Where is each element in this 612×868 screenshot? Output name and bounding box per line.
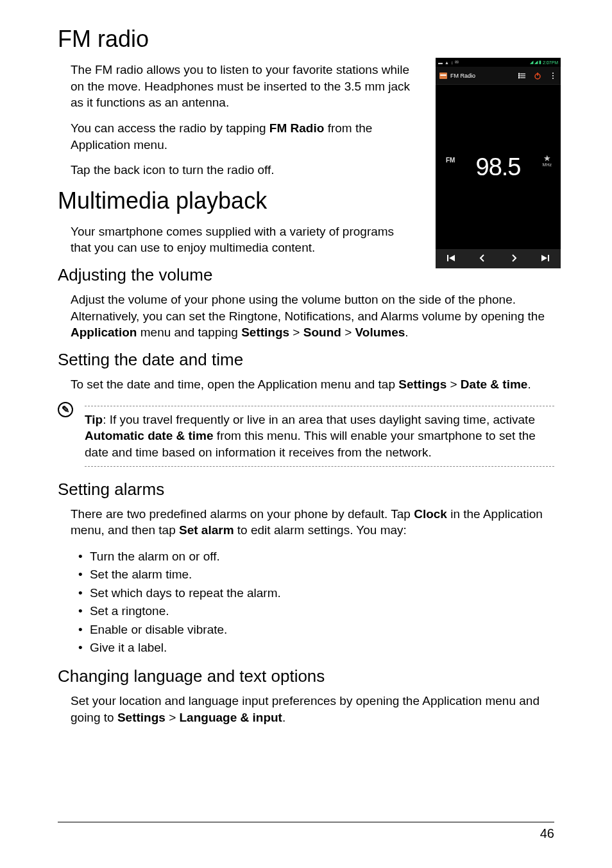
alarm-para: There are two predefined alarms on your …	[71, 506, 554, 539]
svg-rect-11	[548, 255, 549, 261]
chevron-left-icon[interactable]	[477, 253, 488, 265]
chevron-right-icon[interactable]	[508, 253, 520, 265]
battery-icon: ▬	[438, 60, 443, 65]
tip-callout: ✎ Tip: If you travel frequently or live …	[58, 402, 554, 469]
message-icon: ✉	[455, 60, 459, 65]
list-item: Give it a label.	[78, 639, 554, 657]
skip-previous-icon[interactable]	[445, 253, 457, 265]
fm-para-2: You can access the radio by tapping FM R…	[71, 120, 413, 153]
alarm-options-list: Turn the alarm on or off. Set the alarm …	[78, 548, 554, 657]
svg-point-3	[518, 73, 520, 74]
favorite-indicator[interactable]: ★ MHz	[543, 154, 552, 167]
heading-date-time: Setting the date and time	[58, 350, 554, 370]
skip-next-icon[interactable]	[540, 253, 551, 265]
tip-text: Tip: If you travel frequently or live in…	[85, 412, 554, 461]
alert-icon: ▲	[445, 60, 449, 65]
fm-para-3: Tap the back icon to turn the radio off.	[71, 162, 413, 178]
list-item: Turn the alarm on or off.	[78, 548, 554, 566]
battery-level-icon: ▮	[539, 60, 541, 65]
heading-alarms: Setting alarms	[58, 480, 554, 499]
mhz-label: MHz	[543, 162, 552, 167]
heading-language: Changing language and text options	[58, 666, 554, 686]
playback-controls	[436, 249, 561, 268]
radio-app-icon	[439, 73, 447, 79]
list-item: Set a ringtone.	[78, 602, 554, 621]
app-title: FM Radio	[450, 73, 475, 79]
vol-para: Adjust the volume of your phone using th…	[71, 291, 554, 341]
mm-para-1: Your smartphone comes supplied with a va…	[71, 223, 413, 256]
tip-icon: ✎	[58, 402, 73, 417]
frequency-value: 98.5	[476, 153, 521, 181]
app-bar: FM Radio	[436, 67, 561, 85]
star-icon: ★	[543, 154, 552, 162]
list-item: Enable or disable vibrate.	[78, 621, 554, 639]
svg-rect-8	[447, 255, 448, 261]
dt-para: To set the date and time, open the Appli…	[71, 376, 554, 393]
power-icon[interactable]	[534, 72, 541, 80]
signal-icon: ◢	[530, 60, 533, 65]
list-item: Set which days to repeat the alarm.	[78, 584, 554, 603]
fm-band-label: FM	[446, 157, 455, 164]
fm-radio-screenshot: ▬ ▲ ↕ ✉ ◢ ◢ ▮ 2:07PM FM Radio	[436, 58, 561, 268]
heading-fm-radio: FM radio	[58, 26, 554, 53]
svg-point-5	[518, 77, 520, 78]
lang-para: Set your location and language input pre…	[71, 693, 554, 725]
frequency-display: FM 98.5 ★ MHz	[436, 85, 561, 249]
svg-point-4	[518, 75, 520, 76]
more-icon[interactable]	[549, 72, 557, 80]
list-item: Set the alarm time.	[78, 566, 554, 584]
status-time: 2:07PM	[543, 60, 558, 65]
fm-para-1: The FM radio allows you to listen to you…	[71, 62, 413, 111]
page-number: 46	[540, 826, 554, 840]
status-bar: ▬ ▲ ↕ ✉ ◢ ◢ ▮ 2:07PM	[436, 58, 561, 67]
svg-marker-9	[449, 255, 455, 261]
svg-marker-10	[541, 255, 547, 261]
page-footer: 46	[58, 822, 554, 841]
sync-icon: ↕	[451, 60, 454, 65]
list-icon[interactable]	[518, 72, 526, 80]
signal-icon-2: ◢	[534, 60, 538, 65]
